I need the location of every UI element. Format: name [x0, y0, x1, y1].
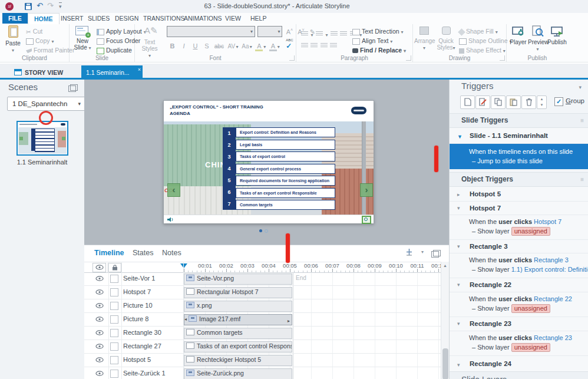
trigger-group-rectangle24[interactable]: ▾ Rectangle 24 — [450, 356, 588, 371]
scroll-up-icon[interactable]: ▲ — [441, 262, 449, 270]
trigger-item[interactable]: When the user clicks Rectangle 3 – Show … — [450, 253, 588, 278]
new-slide-button[interactable]: + New Slide ▾ — [71, 25, 94, 54]
layer-link[interactable]: 1.1) Export control: Definition and Rea — [511, 266, 588, 273]
lock-checkbox[interactable] — [110, 302, 118, 310]
agenda-item[interactable]: Tasks of an export control Responsible — [236, 188, 335, 198]
slide-stage[interactable]: „EXPORT CONTROL“ - SHORT TRAINING AGENDA… — [163, 100, 374, 223]
paste-trigger-button[interactable] — [506, 95, 521, 109]
tab-view[interactable]: VIEW — [219, 13, 247, 24]
timeline-ruler[interactable]: 00:01 00:02 00:03 00:04 00:05 00:06 00:0… — [184, 262, 441, 272]
timeline-bar[interactable]: Tasks of an export control Respons... — [184, 341, 292, 352]
trigger-item[interactable]: When the user clicks Hotspot 7 – Show la… — [450, 215, 588, 240]
shape-fill-button[interactable]: Shape Fill ▾ — [459, 27, 512, 36]
timeline-bar[interactable]: Rectangular Hotspot 7 — [184, 287, 292, 298]
align-left-icon[interactable] — [301, 43, 308, 48]
slide-thumbnail[interactable] — [16, 121, 68, 156]
timeline-scrollbar[interactable]: ▲ — [441, 262, 450, 379]
copy-trigger-button[interactable] — [491, 95, 506, 109]
collapse-triggers-icon[interactable]: ▾ — [579, 84, 582, 90]
timeline-bar[interactable]: Seite-Zurück.png — [184, 368, 292, 379]
timeline-options-caret-icon[interactable]: ▾ — [421, 249, 424, 255]
move-up-icon[interactable]: ▲ — [537, 96, 546, 102]
agenda-item[interactable]: Tasks of export control — [236, 151, 335, 162]
timeline-row[interactable]: Hotspot 7 Rectangular Hotspot 7 — [84, 286, 441, 299]
unassigned-badge[interactable]: unassigned — [511, 304, 550, 313]
agenda-item[interactable]: Common targets — [236, 200, 335, 210]
trigger-target-link[interactable]: Hotspot 7 — [534, 218, 561, 225]
shape-effect-button[interactable]: Shape Effect ▾ — [459, 45, 512, 55]
prev-button[interactable]: ‹ — [167, 183, 180, 197]
eye-icon[interactable] — [95, 289, 104, 295]
chevron-expanded-icon[interactable]: ▾ — [457, 357, 460, 373]
eye-icon[interactable] — [95, 303, 104, 308]
text-direction-button[interactable]: Text Direction ▾ — [352, 27, 406, 36]
chevron-expanded-icon[interactable]: ▾ — [457, 240, 460, 253]
lock-checkbox[interactable] — [110, 370, 118, 378]
trigger-group-rectangle23[interactable]: ▾ Rectangle 23 — [450, 317, 588, 331]
timeline-row[interactable]: Rectangle 27 Tasks of an export control … — [84, 340, 441, 354]
timeline-row[interactable]: Rectangle 30 Common targets — [84, 327, 441, 340]
bar-left-handle-icon[interactable]: ◂ — [184, 317, 187, 322]
eye-icon[interactable] — [95, 317, 104, 322]
lock-checkbox[interactable] — [110, 275, 118, 283]
tab-timeline[interactable]: Timeline — [94, 249, 124, 257]
lock-checkbox[interactable] — [110, 288, 118, 296]
numbering-icon[interactable] — [316, 31, 323, 37]
eye-icon[interactable] — [95, 344, 104, 349]
zoom-fit-icon[interactable] — [405, 248, 413, 256]
scrollbar-thumb[interactable] — [442, 348, 448, 379]
shape-outline-button[interactable]: Shape Outline ▾ — [459, 36, 512, 45]
shadow-button[interactable]: S — [203, 42, 210, 50]
format-painter-button[interactable]: Format Painter — [26, 45, 74, 55]
lock-checkbox[interactable] — [110, 356, 118, 364]
trigger-target-link[interactable]: Rectangle 3 — [534, 256, 569, 263]
tab-states[interactable]: States — [133, 249, 153, 257]
trigger-item[interactable]: When the user clicks Rectangle 23 – Show… — [450, 331, 588, 356]
edit-trigger-button[interactable] — [475, 95, 490, 109]
eye-icon[interactable] — [95, 357, 104, 362]
new-trigger-button[interactable] — [460, 95, 475, 109]
timeline-bar[interactable]: Seite-Vor.png — [184, 273, 292, 285]
playhead-icon[interactable] — [180, 263, 187, 268]
font-name-select[interactable]: ▾ — [167, 26, 255, 37]
eye-icon[interactable] — [95, 330, 104, 335]
arrange-button[interactable]: Arrange▾ — [414, 25, 434, 54]
timeline-row[interactable]: Hotspot 5 Rechteckiger Hotspot 5 — [84, 354, 441, 367]
trigger-target-link[interactable]: Rectangle 22 — [534, 295, 572, 302]
speaker-icon[interactable] — [167, 217, 174, 222]
eye-icon[interactable] — [95, 276, 104, 281]
timeline-row[interactable]: Seite-Zurück 1 Seite-Zurück.png — [84, 367, 441, 379]
lock-checkbox[interactable] — [110, 342, 118, 351]
find-replace-button[interactable]: Find / Replace ▾ — [352, 45, 406, 55]
trigger-target-link[interactable]: Rectangle 23 — [534, 334, 572, 341]
justify-icon[interactable] — [330, 43, 337, 48]
chevron-collapsed-icon[interactable]: ▸ — [457, 187, 460, 202]
character-spacing-button[interactable]: AV — [227, 43, 235, 50]
timeline-bar[interactable]: Rechteckiger Hotspot 5 — [184, 355, 292, 366]
tab-help[interactable]: HELP — [245, 13, 272, 24]
lock-all-button[interactable] — [108, 263, 121, 272]
publish-button[interactable]: Publish — [547, 25, 567, 54]
agenda-item[interactable]: General export control process — [236, 164, 335, 174]
collapse-panel-icon[interactable] — [68, 85, 76, 92]
strikethrough-button[interactable]: abc — [214, 43, 224, 50]
lock-checkbox[interactable] — [110, 329, 118, 337]
pagination-dot-active[interactable] — [259, 229, 262, 232]
underline-button[interactable]: U — [191, 42, 199, 50]
bold-button[interactable]: B — [169, 42, 176, 50]
paragraph-dialog-launcher-icon[interactable] — [406, 55, 411, 61]
lock-checkbox[interactable] — [110, 315, 118, 324]
decrease-indent-icon[interactable] — [331, 31, 338, 37]
cut-button[interactable]: ✂Cut — [26, 27, 74, 36]
move-down-icon[interactable]: ▼ — [537, 102, 546, 108]
chevron-expanded-icon[interactable]: ▾ — [457, 202, 460, 215]
timeline-bar[interactable]: x.png — [184, 301, 292, 312]
unassigned-badge[interactable]: unassigned — [511, 343, 550, 352]
align-right-icon[interactable] — [321, 43, 328, 48]
group-checkbox[interactable]: ✓ — [554, 97, 563, 106]
agenda-item[interactable]: Export control: Definition and Reasons — [236, 127, 335, 137]
timeline-row[interactable]: Picture 10 x.png — [84, 299, 441, 313]
align-text-button[interactable]: Align Text ▾ — [352, 36, 406, 45]
trigger-order-spinner[interactable]: ▲▼ — [537, 95, 547, 109]
paste-button[interactable]: Paste▾ — [1, 25, 25, 54]
